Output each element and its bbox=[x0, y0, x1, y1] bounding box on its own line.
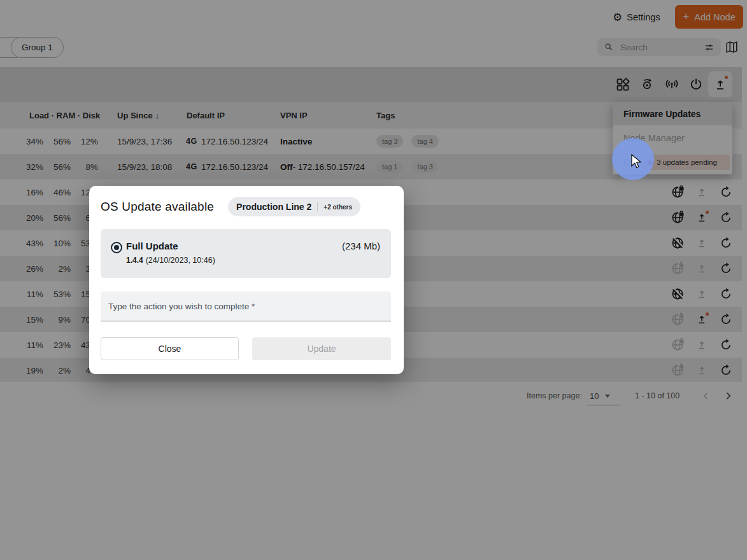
modal-title: OS Update available bbox=[101, 200, 214, 214]
confirm-action-placeholder: Type the action you wish to complete * bbox=[108, 302, 255, 311]
full-update-option[interactable]: Full Update (234 Mb) 1.4.4 (24/10/2023, … bbox=[101, 229, 391, 278]
os-update-modal: OS Update available Production Line 2 +2… bbox=[89, 186, 404, 374]
confirm-action-input[interactable]: Type the action you wish to complete * bbox=[101, 291, 391, 321]
update-button[interactable]: Update bbox=[252, 337, 391, 360]
full-update-radio[interactable] bbox=[111, 242, 122, 253]
option-label: Full Update bbox=[126, 241, 178, 251]
mouse-cursor bbox=[629, 154, 643, 169]
option-size: (234 Mb) bbox=[342, 241, 380, 251]
chip-extra-count: +2 others bbox=[324, 204, 352, 211]
close-button[interactable]: Close bbox=[101, 337, 239, 360]
chip-divider bbox=[317, 202, 318, 211]
target-nodes-chip[interactable]: Production Line 2 +2 others bbox=[228, 197, 360, 216]
option-version-line: 1.4.4 (24/10/2023, 10:46) bbox=[126, 256, 215, 265]
